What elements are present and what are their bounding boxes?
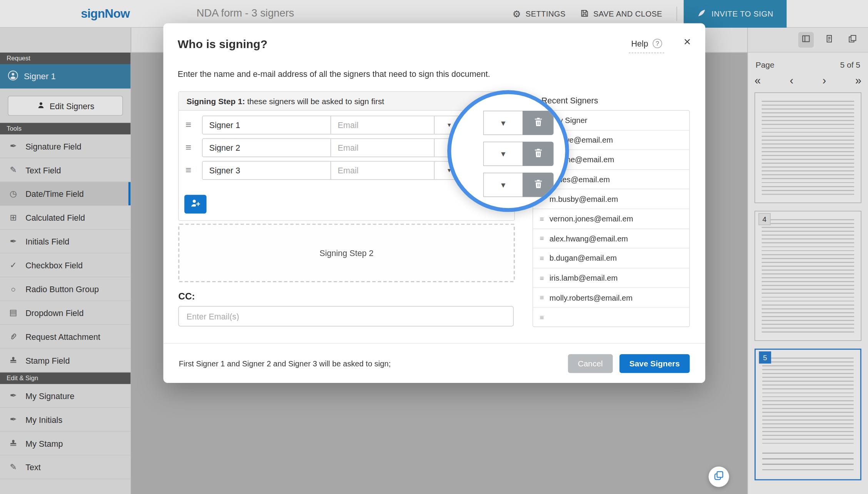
help-label: Help [631,39,648,48]
signer-name-input[interactable] [202,138,331,157]
recent-signer-label: b.dugan@email.em [550,254,617,263]
trash-icon [533,178,543,191]
drag-handle-icon: ≡ [540,234,544,243]
delete-signer-button[interactable] [523,111,554,135]
add-signer-button[interactable] [184,195,207,214]
recent-signers-title: Recent Signers [541,96,598,105]
chevron-down-icon: ▼ [500,119,507,127]
recent-signer-label: molly.roberts@email.em [550,293,633,302]
recent-signer-label: vernon.jones@email.em [550,214,633,223]
drag-handle-icon: ≡ [540,274,544,282]
recent-signer-label: alex.hwang@email.em [550,234,628,243]
chevron-down-icon: ▼ [446,122,452,128]
drag-handle-icon: ≡ [540,215,544,223]
signer-email-input[interactable] [330,161,435,180]
modal-footer: First Signer 1 and Signer 2 and Signer 3… [163,343,705,383]
magnifier-callout: ▼ ▼ ▼ [447,90,569,212]
chevron-down-icon: ▼ [500,150,507,158]
recent-signer-item-empty[interactable]: ≡ [533,308,689,327]
signer-email-input[interactable] [330,138,435,157]
person-add-icon [190,198,201,211]
recent-signer-label: m.busby@email.em [550,195,618,203]
help-button[interactable]: Help ? [629,39,664,53]
signer-name-input[interactable] [202,115,331,134]
recent-signer-item[interactable]: ≡iris.lamb@email.em [533,268,689,288]
signer-role-dropdown[interactable]: ▼ [483,173,523,197]
signing-step-2-label: Signing Step 2 [320,248,373,258]
drag-handle-icon: ≡ [540,313,544,321]
signing-step-1-title: Signing Step 1: [187,96,245,105]
signer-role-dropdown[interactable]: ▼ [483,141,523,166]
signing-step-1-header: Signing Step 1: these signers will be as… [179,92,514,111]
cc-label: CC: [178,291,195,302]
recent-signer-item[interactable]: ≡alex.hwang@email.em [533,229,689,248]
chevron-down-icon: ▼ [500,181,507,189]
delete-signer-button[interactable] [523,141,554,166]
recent-signer-item[interactable]: ≡m.busby@email.em [533,190,689,209]
close-icon[interactable]: × [684,37,691,48]
signer-name-input[interactable] [202,161,331,180]
recent-signer-item[interactable]: ≡vernon.jones@email.em [533,209,689,229]
chat-pages-icon [713,470,724,483]
magnified-row-3: ▼ [483,173,554,197]
drag-handle-icon[interactable]: ≡ [185,141,202,153]
signing-step-2-dropzone[interactable]: Signing Step 2 [178,224,515,283]
chat-widget-button[interactable] [708,466,729,487]
drag-handle-icon[interactable]: ≡ [185,165,202,176]
app-window: signNow NDA form - 3 signers ⚙ SETTINGS … [0,0,868,494]
save-signers-button[interactable]: Save Signers [620,354,690,373]
drag-handle-icon: ≡ [540,293,544,302]
recent-signer-item[interactable]: ≡molly.roberts@email.em [533,288,689,308]
question-mark-icon: ? [653,39,662,48]
magnified-row-2: ▼ [483,141,554,166]
magnified-row-1: ▼ [483,111,554,135]
cc-email-input[interactable] [178,306,513,326]
signer-role-dropdown[interactable]: ▼ [483,111,523,135]
who-is-signing-modal: Who is signing? Help ? × Enter the name … [163,23,705,383]
modal-title: Who is signing? [178,38,267,51]
signer-email-input[interactable] [330,115,435,134]
trash-icon [533,147,543,161]
drag-handle-icon[interactable]: ≡ [185,119,202,130]
recent-signer-label: iris.lamb@email.em [550,273,618,282]
recent-signer-item[interactable]: ≡b.dugan@email.em [533,249,689,268]
trash-icon [533,116,543,130]
cancel-button[interactable]: Cancel [568,354,613,373]
signing-order-note: First Signer 1 and Signer 2 and Signer 3… [179,359,568,368]
drag-handle-icon: ≡ [540,254,544,263]
modal-subtitle: Enter the name and e-mail address of all… [178,69,490,78]
delete-signer-button[interactable] [523,173,554,197]
signing-step-1-subtitle: these signers will be asked to sign firs… [247,96,384,105]
